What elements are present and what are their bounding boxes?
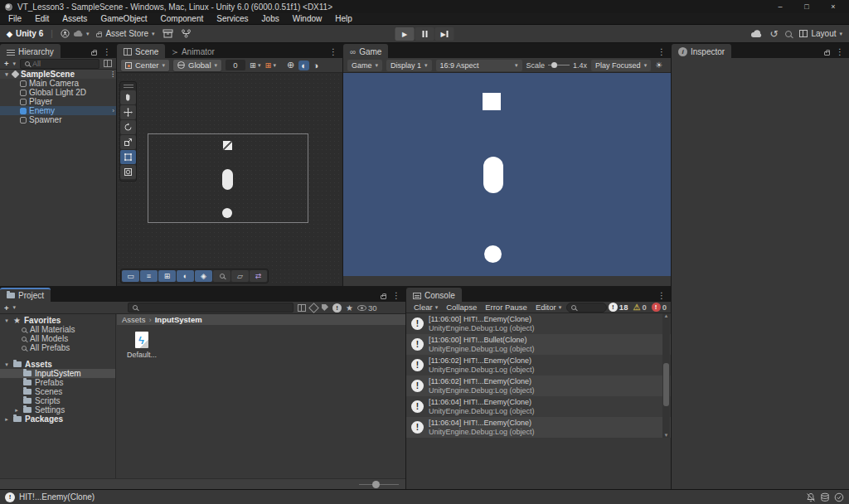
hierarchy-item-global-light[interactable]: Global Light 2D (0, 88, 116, 97)
enemy-sprite[interactable] (222, 208, 232, 218)
panel-lock-icon[interactable] (381, 295, 386, 299)
foldout-icon[interactable]: ▾ (3, 361, 10, 368)
grid-snap-button[interactable]: ⊞▾ (250, 61, 260, 70)
warning-count-toggle[interactable]: ⚠0 (633, 303, 646, 312)
camera-overlay-button[interactable]: ▱ (231, 270, 249, 282)
scale-slider-thumb[interactable] (551, 62, 557, 68)
menu-jobs[interactable]: Jobs (255, 14, 286, 23)
menu-assets[interactable]: Assets (56, 14, 94, 23)
layout-dropdown[interactable]: Layout ▾ (799, 29, 842, 38)
search-icon[interactable] (785, 31, 792, 37)
tab-animator[interactable]: ≻ Animator (165, 44, 221, 58)
assets-root-row[interactable]: ▾ Assets (0, 360, 115, 369)
snap-increment-button[interactable]: ⊞▾ (265, 61, 276, 70)
panel-lock-icon[interactable] (824, 51, 830, 56)
notifications-muted-icon[interactable] (806, 492, 816, 502)
favorites-section[interactable]: ▾ ★ Favorites (0, 316, 115, 325)
favorite-all-models[interactable]: All Models (0, 334, 115, 343)
vsync-sun-icon[interactable]: ☀ (655, 61, 662, 70)
foldout-icon[interactable]: ▸ (13, 407, 20, 414)
hierarchy-search-input[interactable] (32, 60, 95, 68)
console-search[interactable] (566, 303, 607, 313)
render-mode-button[interactable]: ▭ (122, 270, 139, 282)
scene-visibility-button[interactable]: ◈ (195, 270, 212, 282)
tab-console[interactable]: Console (406, 288, 462, 302)
folder-scenes[interactable]: Scenes (0, 387, 115, 396)
menu-help[interactable]: Help (328, 14, 359, 23)
hierarchy-item-main-camera[interactable]: Main Camera (0, 79, 116, 88)
zoom-slider-thumb[interactable] (372, 481, 380, 488)
error-count-toggle[interactable]: !0 (652, 303, 667, 312)
overlay-drag-handle[interactable] (124, 85, 133, 88)
console-scrollbar[interactable]: ▲ ▼ (662, 313, 670, 438)
panel-menu-icon[interactable]: ⋮ (392, 291, 400, 300)
panel-menu-icon[interactable]: ⋮ (657, 47, 666, 56)
split-view-icon[interactable] (104, 60, 112, 67)
menu-file[interactable]: File (2, 14, 28, 23)
visibility-toggle[interactable]: 30 (357, 303, 377, 313)
cloud-icon[interactable] (750, 30, 762, 38)
favorite-all-prefabs[interactable]: All Prefabs (0, 343, 115, 352)
tab-game[interactable]: ∞ Game (343, 44, 388, 58)
search-by-import-icon[interactable] (308, 303, 319, 313)
scrollbar-thumb[interactable] (663, 363, 669, 406)
console-log-entry[interactable]: ! [11:06:00] HIT!...Bullet(Clone) UnityE… (406, 334, 671, 355)
console-log-entry[interactable]: ! [11:06:02] HIT!...Enemy(Clone) UnityEn… (406, 376, 671, 396)
console-log-entry[interactable]: ! [11:06:00] HIT!...Enemy(Clone) UnityEn… (406, 313, 671, 334)
move-tool-button[interactable] (120, 105, 136, 119)
scroll-up-icon[interactable]: ▲ (664, 313, 669, 318)
favorite-all-materials[interactable]: All Materials (0, 325, 115, 334)
panel-lock-icon[interactable] (91, 51, 97, 56)
console-log-entry[interactable]: ! [11:06:04] HIT!...Enemy(Clone) UnityEn… (406, 396, 671, 417)
folder-prefabs[interactable]: Prefabs (0, 378, 115, 387)
scene-2d-button[interactable]: ≡ (140, 270, 158, 282)
cache-server-icon[interactable] (820, 492, 830, 502)
player-sprite[interactable] (222, 169, 233, 190)
console-log-entry[interactable]: ! [11:06:04] HIT!...Enemy(Clone) UnityEn… (406, 417, 671, 438)
clear-button[interactable]: Clear ▾ (410, 303, 441, 312)
panel-menu-icon[interactable]: ⋮ (836, 47, 844, 56)
hierarchy-scene-row[interactable]: ▾ SampleScene ⋮ (0, 70, 116, 79)
hand-tool-button[interactable] (120, 90, 136, 104)
foldout-icon[interactable]: ▾ (3, 71, 10, 78)
editor-dropdown[interactable]: Editor ▾ (532, 303, 565, 312)
scene-lighting-button[interactable]: ◐ (177, 270, 194, 282)
search-overlay-button[interactable] (213, 270, 230, 282)
panel-menu-icon[interactable]: ⋮ (103, 47, 111, 56)
folder-scripts[interactable]: Scripts (0, 396, 115, 405)
menu-services[interactable]: Services (210, 14, 255, 23)
component-playmode-button[interactable]: ⇄ (250, 270, 267, 282)
hierarchy-item-player[interactable]: Player (0, 97, 116, 106)
scale-tool-button[interactable] (120, 135, 136, 149)
search-by-type-icon[interactable] (298, 304, 306, 312)
minimize-icon[interactable]: – (769, 0, 791, 13)
grid-size-field[interactable]: 0 (226, 60, 245, 70)
error-pause-button[interactable]: Error Pause (482, 303, 531, 312)
undo-history-icon[interactable]: ↺ (769, 28, 778, 40)
console-log-entry[interactable]: ! [11:06:02] HIT!...Enemy(Clone) UnityEn… (406, 355, 671, 376)
display-dropdown[interactable]: Display 1 ▾ (386, 60, 432, 71)
scene-menu-icon[interactable]: ⋮ (109, 70, 116, 78)
rotate-tool-button[interactable] (120, 120, 136, 134)
breadcrumb-current[interactable]: InputSystem (155, 315, 202, 324)
breadcrumb-root[interactable]: Assets (122, 315, 146, 324)
tab-project[interactable]: Project (0, 288, 51, 302)
packages-root-row[interactable]: ▸ Packages (0, 414, 115, 424)
version-control-icon[interactable] (181, 29, 192, 38)
tab-hierarchy[interactable]: Hierarchy (0, 44, 61, 58)
favorites-star-icon[interactable]: ★ (346, 303, 353, 313)
progress-check-icon[interactable] (834, 492, 844, 502)
menu-component[interactable]: Component (154, 14, 211, 23)
lighting-toggle[interactable]: ◐ (298, 61, 309, 70)
scroll-down-icon[interactable]: ▼ (664, 433, 669, 438)
asset-item-default[interactable]: ϟ Default... (125, 332, 158, 359)
grid-visibility-button[interactable]: ⊞ (158, 270, 176, 282)
chevron-right-icon[interactable]: › (112, 107, 114, 114)
project-search[interactable] (128, 303, 294, 313)
orientation-dropdown[interactable]: Global ▾ (173, 60, 221, 71)
folder-inputsystem[interactable]: InputSystem (0, 369, 115, 378)
gizmo-crosshair-toggle[interactable]: ⊕ (287, 60, 294, 70)
collapse-button[interactable]: Collapse (443, 303, 480, 312)
foldout-icon[interactable]: ▾ (3, 317, 10, 324)
asset-store-button[interactable]: Asset Store ▾ (96, 29, 154, 38)
